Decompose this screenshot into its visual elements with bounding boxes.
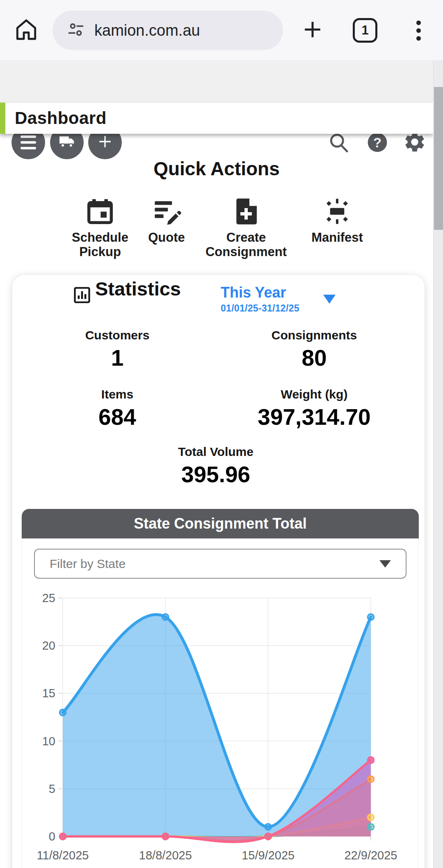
bar-chart-icon — [72, 285, 92, 307]
stat-value: 395.96 — [134, 461, 298, 488]
svg-text:5: 5 — [49, 782, 55, 795]
help-button[interactable]: ? — [366, 131, 389, 156]
stat-total-volume: Total Volume 395.96 — [134, 445, 298, 488]
svg-text:25: 25 — [42, 591, 55, 605]
browser-menu-button[interactable] — [409, 17, 427, 44]
panel-header: State Consignment Total — [22, 509, 419, 538]
manifest-icon — [321, 194, 354, 229]
stat-label: Total Volume — [134, 445, 298, 459]
stat-label: Weight (kg) — [212, 387, 417, 401]
quick-action-manifest[interactable]: Manifest — [298, 194, 376, 245]
stat-customers: Customers 1 — [35, 328, 199, 371]
search-button[interactable] — [327, 131, 350, 156]
plus-icon — [96, 133, 114, 152]
page-title: Dashboard — [15, 103, 107, 134]
svg-text:18/8/2025: 18/8/2025 — [139, 849, 192, 862]
state-consignment-panel: State Consignment Total Filter by State … — [21, 509, 418, 868]
url-text: kamion.com.au — [94, 22, 200, 39]
page-header: Dashboard — [0, 103, 433, 134]
new-tab-button[interactable] — [299, 17, 326, 44]
gear-icon — [403, 130, 427, 156]
svg-text:22/9/2025: 22/9/2025 — [344, 849, 397, 862]
statistics-title: Statistics — [95, 277, 181, 300]
help-icon: ? — [366, 131, 389, 156]
quick-action-label: Manifest — [311, 231, 363, 245]
statistics-card: Statistics This Year 01/01/25-31/12/25 C… — [12, 275, 425, 868]
settings-button[interactable] — [403, 130, 427, 156]
stat-label: Items — [35, 387, 199, 401]
dropdown-caret-icon[interactable] — [323, 295, 336, 304]
quick-action-create-consignment[interactable]: Create Consignment — [207, 194, 285, 259]
search-icon — [327, 131, 350, 156]
svg-text:15/9/2025: 15/9/2025 — [242, 849, 295, 862]
tab-switcher[interactable]: 1 — [353, 18, 377, 43]
calendar-icon — [84, 194, 116, 229]
app-toolbar: ? — [0, 61, 443, 103]
home-icon — [14, 17, 39, 44]
svg-text:11/8/2025: 11/8/2025 — [37, 849, 89, 862]
plus-icon — [301, 18, 324, 43]
menu-dot — [416, 21, 421, 25]
svg-text:10: 10 — [42, 735, 55, 748]
quick-actions-title: Quick Actions — [0, 158, 433, 180]
dropdown-caret-icon — [379, 560, 391, 568]
period-range: 01/01/25-31/12/25 — [221, 303, 327, 314]
scrollbar-thumb[interactable] — [434, 87, 443, 230]
stat-value: 80 — [232, 345, 396, 371]
svg-text:20: 20 — [42, 639, 55, 652]
quick-action-quote[interactable]: Quote — [128, 194, 206, 245]
state-chart-svg: 051015202511/8/202518/8/202515/9/202522/… — [22, 585, 419, 868]
url-bar[interactable]: kamion.com.au — [53, 11, 283, 50]
stat-value: 1 — [35, 345, 199, 371]
svg-text:?: ? — [373, 135, 381, 150]
state-chart: 051015202511/8/202518/8/202515/9/202522/… — [22, 585, 419, 868]
period-label: This Year — [221, 284, 327, 301]
svg-text:0: 0 — [49, 830, 55, 843]
menu-dot — [416, 28, 421, 33]
chart-series — [63, 615, 371, 842]
quote-pencil-icon — [150, 194, 183, 229]
scrollbar-track[interactable] — [433, 61, 443, 868]
stat-items: Items 684 — [35, 387, 199, 430]
browser-bar: kamion.com.au 1 — [0, 0, 443, 61]
truck-icon — [57, 132, 77, 153]
tab-count: 1 — [361, 23, 368, 38]
stat-consignments: Consignments 80 — [232, 328, 396, 371]
stat-label: Customers — [35, 328, 199, 342]
menu-dot — [416, 36, 421, 41]
svg-text:15: 15 — [42, 687, 55, 700]
stat-weight: Weight (kg) 397,314.70 — [212, 387, 417, 430]
hamburger-icon — [21, 135, 36, 149]
filter-placeholder: Filter by State — [50, 557, 379, 571]
quick-action-label: Quote — [148, 231, 185, 245]
stat-label: Consignments — [232, 328, 396, 342]
accent-bar — [0, 103, 5, 134]
site-settings-icon[interactable] — [66, 20, 85, 41]
filter-by-state-select[interactable]: Filter by State — [34, 549, 406, 579]
stat-value: 684 — [35, 404, 199, 430]
period-dropdown[interactable]: This Year 01/01/25-31/12/25 — [221, 284, 327, 314]
stat-value: 397,314.70 — [212, 404, 417, 430]
quick-action-label: Create Consignment — [206, 231, 287, 259]
home-button[interactable] — [12, 16, 40, 44]
document-plus-icon — [230, 194, 263, 229]
